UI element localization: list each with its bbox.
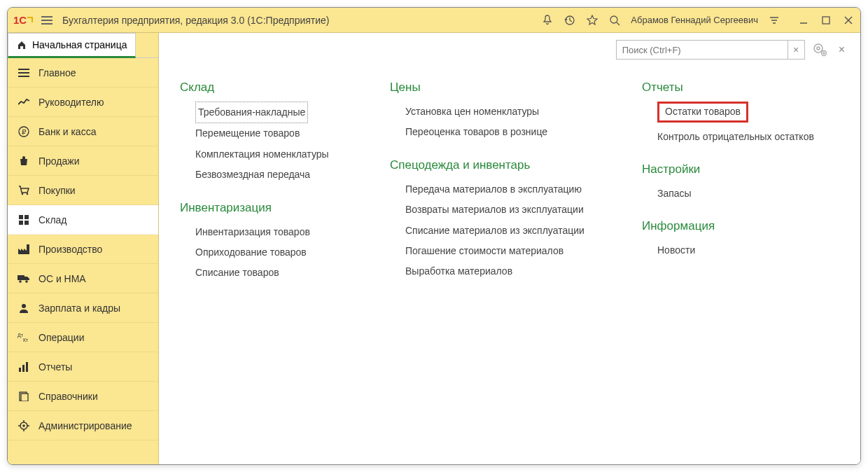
menu-link[interactable]: Переоценка товаров в рознице: [405, 122, 547, 142]
grid-icon: [18, 214, 30, 226]
section: ОтчетыОстатки товаровКонтроль отрицатель…: [642, 81, 824, 147]
svg-rect-22: [24, 215, 29, 219]
tab-label: Начальная страница: [32, 39, 127, 50]
sidebar-item-2[interactable]: ₽Банк и касса: [8, 117, 158, 146]
main-menu-icon[interactable]: [40, 13, 54, 27]
menu-link[interactable]: Запасы: [657, 183, 692, 204]
search-box: ×: [616, 40, 805, 60]
menu-link[interactable]: Новости: [657, 240, 695, 261]
menu-link[interactable]: Оприходование товаров: [195, 242, 307, 263]
settings-gear-icon[interactable]: [812, 42, 827, 57]
section-title[interactable]: Спецодежда и инвентарь: [390, 158, 614, 172]
link-list: Передача материалов в эксплуатациюВозвра…: [390, 179, 614, 282]
menu-link[interactable]: Инвентаризация товаров: [195, 222, 310, 242]
sidebar-item-6[interactable]: Производство: [8, 235, 158, 264]
menu-link[interactable]: Списание материалов из эксплуатации: [405, 221, 584, 241]
svg-text:₽: ₽: [22, 128, 27, 136]
svg-rect-31: [19, 368, 21, 372]
app-body: Начальная страница ГлавноеРуководителю₽Б…: [8, 33, 860, 464]
tab-home[interactable]: Начальная страница: [8, 33, 136, 58]
menu-link[interactable]: Возвраты материалов из эксплуатации: [405, 200, 584, 220]
cart-icon: [18, 184, 30, 197]
section-title[interactable]: Настройки: [642, 162, 824, 176]
menu-link[interactable]: Установка цен номенклатуры: [405, 102, 539, 122]
svg-rect-24: [24, 221, 29, 225]
sidebar-item-8[interactable]: Зарплата и кадры: [8, 293, 158, 323]
link-list: Новости: [642, 240, 824, 261]
menu-link[interactable]: Погашение стоимости материалов: [405, 241, 564, 261]
star-icon[interactable]: [586, 14, 598, 27]
section-title[interactable]: Инвентаризация: [180, 201, 362, 215]
svg-rect-35: [21, 394, 28, 401]
sidebar-item-5[interactable]: Склад: [8, 205, 158, 235]
sidebar-item-0[interactable]: Главное: [8, 58, 158, 88]
svg-line-6: [617, 22, 620, 25]
sidebar-item-1[interactable]: Руководителю: [8, 88, 158, 117]
home-icon: [17, 40, 27, 50]
sidebar-item-3[interactable]: Продажи: [8, 146, 158, 176]
svg-rect-11: [822, 17, 830, 24]
close-icon[interactable]: [842, 14, 855, 27]
app-window: 1C Бухгалтерия предприятия, редакция 3.0…: [7, 7, 861, 465]
menu-link[interactable]: Перемещение товаров: [195, 123, 300, 144]
svg-rect-33: [26, 362, 28, 372]
search-icon[interactable]: [608, 14, 621, 27]
section: НастройкиЗапасы: [642, 162, 824, 204]
history-icon[interactable]: [564, 14, 576, 27]
menu-link[interactable]: Безвозмездная передача: [195, 165, 310, 185]
user-name[interactable]: Абрамов Геннадий Сергеевич: [631, 15, 758, 25]
svg-rect-21: [19, 215, 23, 219]
bell-icon[interactable]: [541, 14, 554, 27]
section-title[interactable]: Цены: [390, 81, 614, 95]
link-list: Остатки товаровКонтроль отрицательных ос…: [642, 102, 824, 147]
sidebar-item-label: Отчеты: [38, 361, 72, 373]
panel-close-icon[interactable]: ×: [839, 43, 845, 56]
titlebar-actions: Абрамов Геннадий Сергеевич: [541, 14, 855, 27]
maximize-icon[interactable]: [820, 14, 832, 27]
svg-point-19: [22, 193, 24, 195]
menu-link[interactable]: Остатки товаров: [657, 102, 748, 123]
books-icon: [18, 390, 30, 403]
sidebar-item-10[interactable]: Отчеты: [8, 352, 158, 382]
svg-point-45: [822, 53, 824, 54]
section-title[interactable]: Информация: [642, 219, 824, 233]
menu-link[interactable]: Выработка материалов: [405, 261, 512, 282]
svg-point-20: [27, 193, 29, 195]
menu-link[interactable]: Передача материалов в эксплуатацию: [405, 179, 582, 200]
svg-point-27: [25, 280, 28, 283]
dtkt-icon: ДтКт: [18, 331, 30, 344]
window-controls: [797, 14, 855, 27]
sidebar-item-11[interactable]: Справочники: [8, 382, 158, 411]
menu-link[interactable]: Комплектация номенклатуры: [195, 144, 329, 165]
column-1: ЦеныУстановка цен номенклатурыПереоценка…: [390, 81, 614, 298]
sidebar-item-label: Производство: [38, 244, 102, 255]
svg-rect-23: [19, 221, 23, 225]
svg-point-43: [817, 47, 820, 50]
minimize-icon[interactable]: [797, 14, 810, 27]
sidebar-item-label: Банк и касса: [38, 126, 96, 137]
column-0: СкладТребования-накладныеПеремещение тов…: [180, 81, 362, 299]
content-toolbar: × ×: [159, 33, 860, 67]
app-logo-icon: 1C: [13, 13, 36, 27]
menu-link[interactable]: Списание товаров: [195, 263, 279, 283]
factory-icon: [18, 243, 30, 256]
sidebar-item-7[interactable]: ОС и НМА: [8, 264, 158, 293]
section-title[interactable]: Отчеты: [642, 81, 824, 95]
search-clear-icon[interactable]: ×: [788, 41, 804, 59]
sidebar-item-4[interactable]: Покупки: [8, 176, 158, 205]
menu-link[interactable]: Контроль отрицательных остатков: [657, 127, 814, 147]
sidebar-item-9[interactable]: ДтКтОперации: [8, 323, 158, 352]
sidebar-item-label: Руководителю: [38, 97, 104, 108]
section: Спецодежда и инвентарьПередача материало…: [390, 158, 614, 282]
filter-icon[interactable]: [768, 14, 780, 27]
sidebar-item-label: ОС и НМА: [38, 273, 86, 284]
section-title[interactable]: Склад: [180, 81, 362, 95]
svg-point-42: [814, 44, 822, 53]
truck-icon: [18, 272, 30, 285]
menu-link[interactable]: Требования-накладные: [195, 102, 308, 123]
link-list: Запасы: [642, 183, 824, 204]
tab-bar: Начальная страница: [8, 33, 158, 58]
svg-point-28: [22, 304, 26, 308]
search-input[interactable]: [617, 45, 788, 55]
sidebar-item-12[interactable]: Администрирование: [8, 411, 158, 440]
